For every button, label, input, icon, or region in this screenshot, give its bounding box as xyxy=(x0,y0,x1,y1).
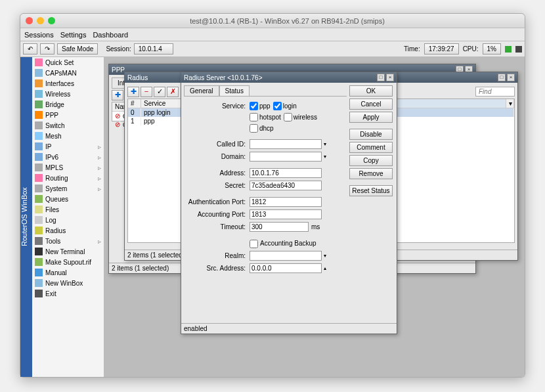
chevron-up-icon[interactable]: ▴ xyxy=(322,265,328,271)
menu-settings[interactable]: Settings xyxy=(60,31,87,39)
nav-icon xyxy=(35,185,43,192)
nav-icon xyxy=(35,79,43,87)
enable-button[interactable]: ✓ xyxy=(154,87,165,97)
sidebar-item-label: Make Supout.rif xyxy=(45,259,91,266)
service-dhcp-checkbox[interactable]: dhcp xyxy=(250,124,274,133)
sidebar-item-quick-set[interactable]: Quick Set xyxy=(32,57,104,68)
auth-port-input[interactable] xyxy=(250,197,322,207)
sidebar-item-log[interactable]: Log xyxy=(32,215,104,225)
disable-button[interactable]: Disable xyxy=(349,129,393,140)
sidebar-item-label: Files xyxy=(45,206,59,213)
sidebar-item-ip[interactable]: IP▹ xyxy=(32,141,104,152)
sidebar-item-manual[interactable]: Manual xyxy=(32,267,104,278)
add-button[interactable]: ✚ xyxy=(112,90,123,100)
reset-status-button[interactable]: Reset Status xyxy=(349,185,393,196)
radius-dialog: Radius Server <10.0.1.76> □ × General St… xyxy=(181,72,397,334)
tab-status[interactable]: Status xyxy=(219,85,250,96)
window-min-icon[interactable]: □ xyxy=(498,74,506,81)
sidebar-item-label: Manual xyxy=(45,269,67,276)
maximize-icon[interactable] xyxy=(48,17,55,24)
status-indicator-icon xyxy=(505,46,512,53)
apply-button[interactable]: Apply xyxy=(349,112,393,123)
sidebar-item-label: Bridge xyxy=(45,101,64,108)
address-input[interactable] xyxy=(250,168,322,178)
time-value: 17:39:27 xyxy=(424,43,459,54)
src-address-input[interactable] xyxy=(250,263,322,273)
chevron-down-icon[interactable]: ▾ xyxy=(322,154,328,160)
minimize-icon[interactable] xyxy=(37,17,44,24)
menu-dashboard[interactable]: Dashboard xyxy=(93,31,128,39)
service-wireless-checkbox[interactable]: wireless xyxy=(284,113,317,121)
chevron-right-icon: ▹ xyxy=(98,143,101,150)
sidebar-item-ppp[interactable]: PPP xyxy=(32,110,104,120)
sidebar-item-make-supout.rif[interactable]: Make Supout.rif xyxy=(32,257,104,267)
sidebar-item-exit[interactable]: Exit xyxy=(32,288,104,299)
dropdown-icon[interactable]: ▾ xyxy=(506,99,514,108)
service-ppp-checkbox[interactable]: ppp xyxy=(250,102,271,110)
nav-icon xyxy=(35,237,43,245)
find-input[interactable] xyxy=(475,87,515,97)
acct-backup-checkbox[interactable]: Accounting Backup xyxy=(250,240,316,248)
sidebar-item-switch[interactable]: Switch xyxy=(32,120,104,131)
sidebar-item-interfaces[interactable]: Interfaces xyxy=(32,78,104,89)
mac-titlebar: test@10.0.1.4 (RB-1) - WinBox v6.27 on R… xyxy=(20,14,525,28)
realm-input[interactable] xyxy=(250,251,322,261)
safe-mode-button[interactable]: Safe Mode xyxy=(57,43,98,54)
sidebar-item-wireless[interactable]: Wireless xyxy=(32,89,104,99)
chevron-down-icon[interactable]: ▾ xyxy=(322,141,328,147)
session-value[interactable]: 10.0.1.4 xyxy=(134,43,173,54)
service-login-checkbox[interactable]: login xyxy=(273,102,297,110)
nav-icon xyxy=(35,69,43,77)
add-button[interactable]: ✚ xyxy=(127,87,139,97)
undo-button[interactable]: ↶ xyxy=(23,43,37,54)
window-close-icon[interactable]: × xyxy=(386,74,394,81)
called-id-input[interactable] xyxy=(250,139,322,149)
sidebar-item-files[interactable]: Files xyxy=(32,204,104,215)
window-min-icon[interactable]: □ xyxy=(377,74,385,81)
sidebar-item-system[interactable]: System▹ xyxy=(32,183,104,194)
tab-general[interactable]: General xyxy=(184,85,219,96)
chevron-right-icon: ▹ xyxy=(98,175,101,182)
cancel-button[interactable]: Cancel xyxy=(349,98,393,110)
sidebar-item-ipv6[interactable]: IPv6▹ xyxy=(32,152,104,162)
service-hotspot-checkbox[interactable]: hotspot xyxy=(250,113,281,121)
remove-button[interactable]: Remove xyxy=(349,168,393,179)
sidebar-item-tools[interactable]: Tools▹ xyxy=(32,236,104,246)
sidebar-item-mesh[interactable]: Mesh xyxy=(32,131,104,141)
comment-button[interactable]: Comment xyxy=(349,142,393,153)
radius-dialog-title: Radius Server <10.0.1.76> xyxy=(184,74,263,81)
dialog-status: enabled xyxy=(181,323,397,334)
sidebar-item-capsman[interactable]: CAPsMAN xyxy=(32,68,104,78)
sidebar-item-label: Exit xyxy=(45,290,56,297)
sidebar-item-label: Queues xyxy=(45,196,68,203)
sidebar-item-label: Log xyxy=(45,217,56,224)
timeout-input[interactable] xyxy=(250,222,309,232)
sidebar-item-label: MPLS xyxy=(45,164,63,171)
copy-button[interactable]: Copy xyxy=(349,155,393,166)
col-num[interactable]: # xyxy=(128,99,141,108)
sidebar-item-routing[interactable]: Routing▹ xyxy=(32,173,104,183)
nav-icon xyxy=(35,100,43,108)
sidebar-item-label: Tools xyxy=(45,238,60,245)
sidebar-item-queues[interactable]: Queues xyxy=(32,194,104,204)
disable-button[interactable]: ✗ xyxy=(167,87,179,97)
sidebar-item-new-winbox[interactable]: New WinBox xyxy=(32,278,104,288)
window-close-icon[interactable]: × xyxy=(507,74,515,81)
sidebar-item-bridge[interactable]: Bridge xyxy=(32,99,104,110)
menu-sessions[interactable]: Sessions xyxy=(24,31,54,39)
sidebar-item-label: New Terminal xyxy=(45,248,85,255)
sidebar-item-radius[interactable]: Radius xyxy=(32,225,104,236)
domain-input[interactable] xyxy=(250,152,322,162)
redo-button[interactable]: ↷ xyxy=(40,43,54,54)
secret-input[interactable] xyxy=(250,181,322,190)
nav-icon xyxy=(35,174,43,182)
sidebar-item-mpls[interactable]: MPLS▹ xyxy=(32,162,104,173)
close-icon[interactable] xyxy=(26,17,33,24)
remove-button[interactable]: − xyxy=(141,87,152,97)
cpu-value: 1% xyxy=(483,43,501,54)
chevron-down-icon[interactable]: ▾ xyxy=(322,253,328,259)
sidebar-item-new-terminal[interactable]: New Terminal xyxy=(32,246,104,257)
sidebar-item-label: Switch xyxy=(45,122,64,129)
acct-port-input[interactable] xyxy=(250,209,322,219)
ok-button[interactable]: OK xyxy=(349,85,393,97)
